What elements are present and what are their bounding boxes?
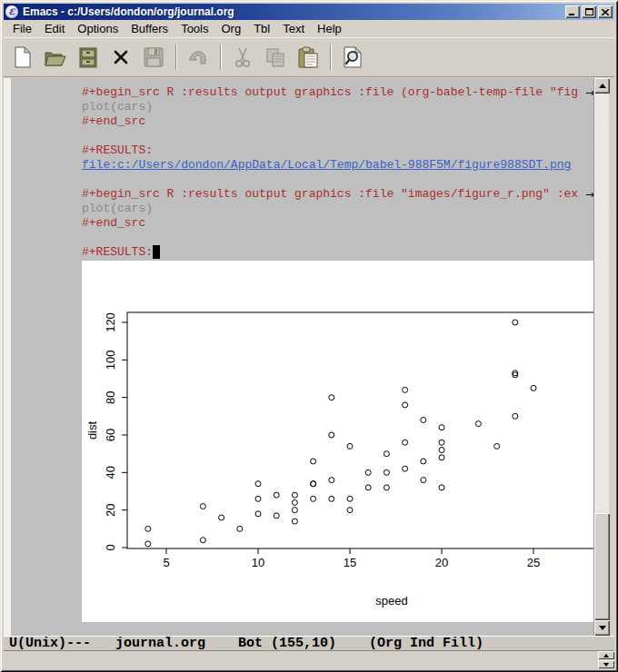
inline-result-image: 510152025020406080100120speeddist — [82, 261, 593, 622]
minimize-button[interactable] — [565, 5, 580, 18]
menu-item-help[interactable]: Help — [311, 20, 348, 37]
buffer-line: #+end_src — [11, 216, 593, 231]
buffer-line: #+begin_src R :results output graphics :… — [11, 187, 593, 202]
left-fringe — [4, 78, 11, 636]
org-meta-line: #+begin_src R :results output graphics :… — [82, 85, 578, 99]
svg-text:60: 60 — [104, 429, 117, 441]
svg-text:40: 40 — [104, 466, 117, 479]
echo-area[interactable] — [4, 651, 614, 668]
org-meta-line: #+RESULTS: — [82, 143, 153, 157]
save-icon — [144, 47, 164, 67]
menu-item-tools[interactable]: Tools — [174, 20, 214, 37]
toolbar — [4, 38, 614, 77]
arrow-down-icon — [603, 663, 609, 667]
src-block-code: plot(cars) — [82, 100, 153, 114]
window-title: Emacs - c:/Users/dondon/org/journal.org — [23, 5, 563, 18]
cut-button[interactable] — [229, 44, 256, 71]
svg-text:25: 25 — [527, 556, 540, 569]
arrow-up-icon — [603, 654, 609, 657]
search-button[interactable] — [339, 44, 366, 71]
cut-icon — [233, 46, 253, 68]
org-meta-line: #+end_src — [82, 114, 145, 128]
save-button[interactable] — [140, 44, 167, 71]
menu-item-org[interactable]: Org — [214, 20, 247, 37]
svg-text:0: 0 — [104, 544, 117, 550]
mini-scroll-down-button[interactable] — [598, 660, 614, 668]
buffer-line: #+end_src — [11, 114, 593, 129]
svg-text:120: 120 — [104, 312, 117, 332]
minimize-icon — [569, 9, 576, 15]
minibuffer-scrollbar[interactable] — [598, 651, 614, 668]
vertical-scrollbar[interactable] — [593, 78, 609, 636]
svg-text:5: 5 — [163, 556, 169, 569]
toolbar-separator — [175, 44, 177, 70]
svg-text:80: 80 — [104, 390, 117, 403]
menu-item-edit[interactable]: Edit — [38, 20, 71, 37]
undo-icon — [187, 47, 209, 67]
buffer-line: #+RESULTS: — [11, 245, 593, 260]
text-cursor — [153, 245, 160, 259]
buffer-line: plot(cars) — [11, 202, 593, 216]
mode-line: U(Unix)--- journal.org Bot (155,10) (Org… — [4, 636, 614, 651]
menu-item-buffers[interactable]: Buffers — [125, 20, 174, 37]
svg-text:100: 100 — [104, 350, 117, 370]
org-meta-line: #+begin_src R :results output graphics :… — [82, 187, 578, 201]
buffer-line: plot(cars) — [11, 100, 593, 114]
close-buffer-icon — [114, 50, 128, 64]
org-meta-line: #+RESULTS: — [82, 245, 153, 259]
file-link[interactable]: file:c:/Users/dondon/AppData/Local/Temp/… — [82, 158, 571, 172]
menu-item-file[interactable]: File — [6, 20, 38, 37]
menu-item-tbl[interactable]: Tbl — [247, 20, 276, 37]
buffer-lines: #+begin_src R :results output graphics :… — [11, 85, 593, 260]
scatter-plot-svg: 510152025020406080100120speeddist — [82, 261, 593, 622]
title-bar[interactable]: ε Emacs - c:/Users/dondon/org/journal.or… — [4, 4, 614, 20]
menu-item-options[interactable]: Options — [71, 20, 125, 37]
buffer-line: file:c:/Users/dondon/AppData/Local/Temp/… — [11, 158, 593, 173]
toolbar-separator — [220, 44, 222, 70]
close-icon — [602, 9, 609, 15]
search-icon — [343, 46, 363, 68]
emacs-app-icon: ε — [5, 5, 18, 18]
maximize-icon — [585, 8, 593, 15]
emacs-window: ε Emacs - c:/Users/dondon/org/journal.or… — [0, 0, 618, 672]
close-buffer-button[interactable] — [107, 44, 135, 71]
menu-item-text[interactable]: Text — [276, 20, 311, 37]
scrollbar-thumb[interactable] — [594, 513, 610, 620]
scroll-up-button[interactable] — [594, 78, 610, 94]
new-file-button[interactable] — [9, 44, 36, 71]
open-folder-icon — [44, 47, 67, 67]
arrow-down-icon — [599, 626, 606, 630]
buffer-line: #+RESULTS: — [11, 143, 593, 158]
maximize-button[interactable] — [582, 5, 596, 18]
dired-icon — [78, 46, 98, 68]
toolbar-separator — [330, 44, 332, 70]
paste-icon — [297, 46, 319, 68]
menu-bar: FileEditOptionsBuffersToolsOrgTblTextHel… — [4, 20, 614, 38]
paste-button[interactable] — [294, 44, 322, 71]
dired-button[interactable] — [75, 44, 102, 71]
svg-text:20: 20 — [104, 503, 117, 516]
arrow-up-icon — [599, 84, 606, 88]
svg-text:20: 20 — [435, 556, 448, 569]
undo-button[interactable] — [184, 44, 212, 71]
svg-text:15: 15 — [344, 556, 356, 569]
copy-button[interactable] — [262, 44, 289, 71]
org-meta-line: #+end_src — [82, 216, 145, 230]
new-file-icon — [13, 46, 33, 68]
buffer-line — [11, 231, 593, 245]
open-file-button[interactable] — [42, 44, 69, 71]
buffer-line — [11, 173, 593, 187]
svg-text:speed: speed — [375, 594, 407, 608]
close-button[interactable] — [598, 5, 613, 18]
scroll-down-button[interactable] — [594, 620, 610, 636]
copy-icon — [264, 47, 286, 67]
buffer-line: #+begin_src R :results output graphics :… — [11, 85, 593, 100]
mini-scroll-up-button[interactable] — [598, 651, 614, 659]
svg-text:10: 10 — [252, 556, 264, 569]
src-block-code: plot(cars) — [82, 202, 153, 215]
buffer-line — [11, 129, 593, 143]
svg-text:dist: dist — [85, 420, 99, 440]
